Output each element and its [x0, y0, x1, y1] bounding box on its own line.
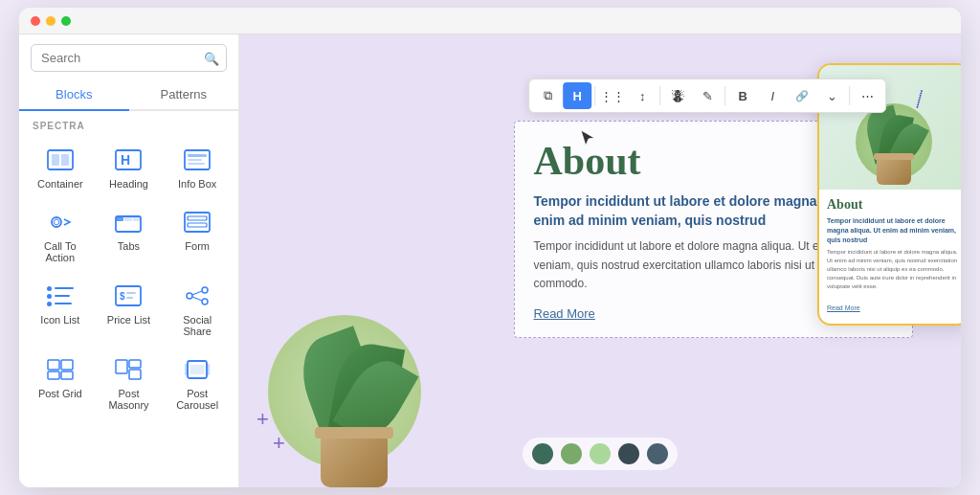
svg-rect-19: [126, 292, 136, 294]
search-icon: 🔍: [204, 51, 219, 65]
blocks-grid: Container H Heading Info Box: [19, 137, 238, 418]
toolbar-sep-2: [659, 86, 660, 105]
svg-text:$: $: [120, 291, 125, 302]
post-carousel-icon: [180, 356, 214, 383]
svg-rect-15: [188, 216, 207, 220]
svg-point-21: [202, 287, 208, 293]
swatch-dark-slate[interactable]: [618, 443, 639, 464]
plant-image: [258, 219, 450, 487]
block-item-price-list[interactable]: $ Price List: [96, 273, 163, 345]
mobile-content: About Tempor incididunt ut labore et dol…: [819, 190, 961, 324]
search-box: 🔍: [31, 44, 227, 72]
price-list-label: Price List: [107, 314, 150, 326]
dot-green[interactable]: [61, 16, 71, 26]
call-to-action-label: Call To Action: [31, 240, 90, 263]
svg-rect-27: [61, 360, 73, 370]
block-item-heading[interactable]: H Heading: [96, 137, 163, 197]
section-spectra: SPECTRA: [19, 111, 238, 137]
icon-list-label: Icon List: [40, 314, 79, 326]
toolbar-hook-btn[interactable]: ⛇: [663, 82, 692, 109]
toolbar-more-dropdown-btn[interactable]: ⌄: [817, 82, 846, 109]
search-input[interactable]: [31, 44, 227, 72]
mobile-body: Tempor incididunt ut labore et dolore ma…: [827, 248, 961, 291]
tabs-icon: [111, 209, 145, 236]
svg-rect-28: [48, 371, 59, 379]
svg-text:H: H: [121, 152, 130, 168]
svg-rect-2: [61, 154, 69, 166]
svg-rect-14: [185, 213, 210, 232]
mobile-title: About: [827, 197, 961, 213]
svg-point-22: [202, 299, 208, 304]
svg-rect-0: [48, 150, 73, 169]
toolbar-heading-btn[interactable]: H: [563, 82, 591, 109]
tabs-label: Tabs: [118, 240, 140, 252]
form-icon: [180, 209, 214, 236]
sidebar: 🔍 Blocks Patterns SPECTRA Container: [19, 34, 239, 487]
swatch-dark-green[interactable]: [532, 443, 553, 464]
svg-rect-36: [190, 365, 204, 374]
block-item-post-grid[interactable]: Post Grid: [27, 347, 94, 418]
block-item-post-carousel[interactable]: Post Carousel: [164, 347, 231, 418]
tab-blocks[interactable]: Blocks: [19, 79, 129, 111]
post-grid-icon: [43, 356, 78, 383]
swatch-light-green[interactable]: [590, 443, 611, 464]
tab-patterns[interactable]: Patterns: [129, 79, 239, 111]
toolbar-sep-3: [724, 86, 725, 105]
dot-yellow[interactable]: [46, 16, 56, 26]
dot-red[interactable]: [31, 16, 40, 26]
info-box-label: Info Box: [178, 178, 216, 190]
toolbar-drag-btn[interactable]: ⋮⋮: [598, 82, 627, 109]
block-item-tabs[interactable]: Tabs: [96, 199, 163, 271]
block-item-social-share[interactable]: Social Share: [164, 273, 231, 345]
toolbar-sep-1: [594, 86, 595, 105]
social-share-label: Social Share: [167, 314, 227, 337]
svg-rect-34: [185, 364, 189, 375]
svg-rect-32: [129, 370, 141, 379]
toolbar-options-btn[interactable]: ⋯: [853, 82, 881, 109]
post-masonry-label: Post Masonry: [100, 388, 159, 411]
plant-leaves: [287, 248, 421, 439]
svg-rect-6: [188, 154, 207, 157]
post-carousel-label: Post Carousel: [167, 388, 227, 411]
toolbar-italic-btn[interactable]: I: [758, 82, 787, 109]
canvas-area[interactable]: ⧉ H ⋮⋮ ↕ ⛇ ✎ B I 🔗 ⌄ ⋯: [239, 34, 961, 487]
svg-point-23: [187, 293, 192, 299]
icon-list-icon: [43, 282, 78, 309]
browser-chrome: [19, 8, 961, 34]
swatch-medium-green[interactable]: [561, 443, 582, 464]
block-item-post-masonry[interactable]: Post Masonry: [96, 347, 163, 418]
toolbar-bold-btn[interactable]: B: [728, 82, 757, 109]
svg-rect-8: [188, 163, 205, 165]
toolbar-move-btn[interactable]: ↕: [628, 82, 657, 109]
heading-icon: H: [111, 146, 145, 173]
read-more-link[interactable]: Read More: [534, 306, 595, 321]
svg-rect-13: [133, 216, 141, 221]
svg-rect-12: [124, 216, 132, 221]
block-item-icon-list[interactable]: Icon List: [27, 273, 94, 345]
toolbar-link-btn[interactable]: 🔗: [788, 82, 816, 109]
toolbar-sep-4: [849, 86, 850, 105]
mobile-subtitle: Tempor incididunt ut labore et dolore ma…: [827, 216, 961, 244]
color-swatches: [523, 438, 678, 470]
block-item-container[interactable]: Container: [27, 137, 94, 197]
block-item-call-to-action[interactable]: Call To Action: [27, 199, 94, 271]
plant-pot: [321, 435, 388, 487]
svg-rect-35: [206, 364, 210, 375]
svg-rect-29: [61, 371, 73, 379]
post-masonry-icon: [111, 356, 145, 383]
deco-plus-1: +: [256, 409, 269, 430]
cursor: [579, 128, 596, 151]
svg-line-24: [192, 291, 202, 295]
price-list-icon: $: [111, 282, 145, 309]
toolbar-edit-btn[interactable]: ✎: [693, 82, 722, 109]
svg-rect-31: [129, 360, 141, 368]
swatch-slate-blue[interactable]: [647, 443, 668, 464]
svg-rect-16: [188, 223, 207, 227]
block-item-info-box[interactable]: Info Box: [164, 137, 231, 197]
toolbar-transform-btn[interactable]: ⧉: [533, 82, 562, 109]
info-box-icon: [180, 146, 214, 173]
svg-rect-26: [48, 360, 59, 370]
mobile-read-more: Read More: [827, 304, 860, 311]
svg-rect-30: [116, 360, 127, 373]
block-item-form[interactable]: Form: [164, 199, 231, 271]
